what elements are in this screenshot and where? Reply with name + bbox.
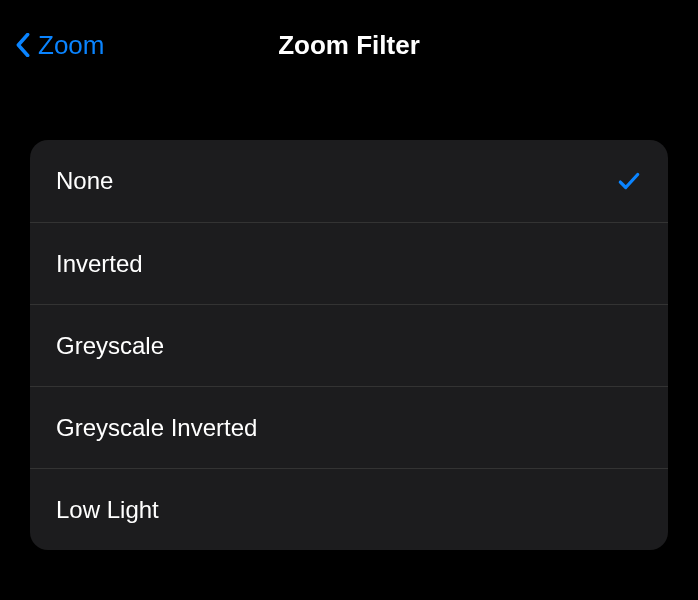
checkmark-icon: [616, 168, 642, 194]
option-label: Low Light: [56, 496, 159, 524]
back-button[interactable]: Zoom: [14, 0, 104, 90]
filter-option-low-light[interactable]: Low Light: [30, 468, 668, 550]
nav-bar: Zoom Zoom Filter: [0, 0, 698, 90]
filter-option-list: None Inverted Greyscale Greyscale Invert…: [30, 140, 668, 550]
page-title: Zoom Filter: [278, 30, 420, 61]
filter-option-none[interactable]: None: [30, 140, 668, 222]
back-label: Zoom: [38, 30, 104, 61]
option-label: None: [56, 167, 113, 195]
filter-option-inverted[interactable]: Inverted: [30, 222, 668, 304]
option-label: Greyscale: [56, 332, 164, 360]
option-label: Greyscale Inverted: [56, 414, 257, 442]
option-label: Inverted: [56, 250, 143, 278]
chevron-left-icon: [14, 30, 32, 60]
filter-option-greyscale-inverted[interactable]: Greyscale Inverted: [30, 386, 668, 468]
filter-option-greyscale[interactable]: Greyscale: [30, 304, 668, 386]
